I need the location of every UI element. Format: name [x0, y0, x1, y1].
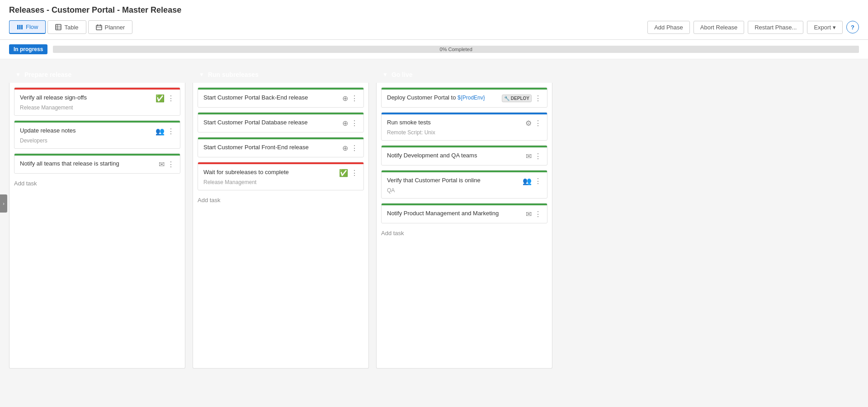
phase-prepare-header: ▼ Prepare release — [9, 66, 185, 83]
phase-run-body: Start Customer Portal Back-End release ⊕… — [193, 83, 369, 369]
task-body: Start Customer Portal Database release ⊕… — [198, 114, 363, 132]
task-row: Notify Product Management and Marketing … — [387, 210, 542, 218]
task-body: Notify Product Management and Marketing … — [382, 205, 547, 223]
page-title: Releases - Customer Portal - Master Rele… — [9, 5, 859, 15]
top-bar: Releases - Customer Portal - Master Rele… — [0, 0, 868, 40]
task-icons: 👥 ⋮ — [523, 177, 542, 185]
deploy-badge: 🔧 DEPLOY — [502, 95, 532, 102]
task-subtitle: Release Management — [20, 104, 175, 111]
sidebar-toggle[interactable]: › — [0, 194, 7, 213]
task-body: Start Customer Portal Back-End release ⊕… — [198, 90, 363, 107]
flow-icon — [17, 24, 23, 30]
svg-rect-7 — [96, 25, 102, 30]
task-menu-icon[interactable]: ⋮ — [351, 144, 358, 152]
task-people-icon[interactable]: 👥 — [156, 127, 165, 136]
phase-run: ▼ Run subreleases Start Customer Portal … — [193, 66, 369, 369]
task-add-icon[interactable]: ⊕ — [342, 144, 348, 152]
task-menu-icon[interactable]: ⋮ — [534, 94, 542, 103]
add-task-button[interactable]: Add task — [14, 178, 180, 189]
task-menu-icon[interactable]: ⋮ — [534, 119, 542, 128]
task-card: Wait for subreleases to complete ✅ ⋮ Rel… — [198, 162, 364, 190]
task-menu-icon[interactable]: ⋮ — [534, 152, 542, 161]
task-row: Start Customer Portal Database release ⊕… — [203, 119, 358, 128]
task-subtitle: Developers — [20, 137, 175, 144]
restart-phase-button[interactable]: Restart Phase... — [748, 21, 803, 34]
task-row: Notify all teams that release is startin… — [20, 160, 175, 169]
task-icons: ✉ ⋮ — [526, 210, 542, 218]
task-card: Notify Product Management and Marketing … — [381, 203, 547, 223]
abort-release-button[interactable]: Abort Release — [693, 21, 744, 34]
task-title: Update release notes — [20, 127, 152, 135]
task-add-icon[interactable]: ⊕ — [342, 94, 348, 103]
status-badge: In progress — [9, 44, 47, 54]
tab-group: Flow Table Planner — [9, 20, 132, 34]
task-body: Notify Development and QA teams ✉ ⋮ — [382, 147, 547, 165]
phase-prepare-body: Verify all release sign-offs ✅ ⋮ Release… — [9, 83, 185, 369]
svg-rect-0 — [17, 25, 19, 29]
tab-table[interactable]: Table — [47, 20, 86, 34]
phase-run-chevron[interactable]: ▼ — [199, 71, 204, 78]
add-task-button[interactable]: Add task — [381, 228, 547, 238]
task-add-icon[interactable]: ⊕ — [342, 119, 348, 128]
task-menu-icon[interactable]: ⋮ — [351, 94, 358, 103]
tab-planner[interactable]: Planner — [88, 20, 133, 34]
task-title: Notify Product Management and Marketing — [387, 210, 522, 218]
task-title: Start Customer Portal Back-End release — [203, 94, 339, 102]
task-body: Verify all release sign-offs ✅ ⋮ Release… — [14, 90, 180, 115]
help-button[interactable]: ? — [846, 21, 859, 33]
task-email-icon[interactable]: ✉ — [526, 210, 532, 218]
tab-flow[interactable]: Flow — [9, 20, 46, 34]
phase-golive-body: Deploy Customer Portal to ${ProdEnv} 🔧 D… — [376, 83, 552, 369]
task-title: Notify all teams that release is startin… — [20, 160, 155, 168]
task-title: Run smoke tests — [387, 119, 522, 127]
board-area: ▼ Prepare release Verify all release sig… — [0, 59, 868, 376]
add-phase-button[interactable]: Add Phase — [647, 21, 690, 34]
phase-golive-title: Go live — [392, 71, 413, 78]
table-icon — [55, 24, 61, 30]
task-menu-icon[interactable]: ⋮ — [167, 94, 175, 103]
export-button[interactable]: Export ▾ — [807, 21, 843, 34]
task-people-icon[interactable]: 👥 — [523, 177, 532, 185]
task-body: Run smoke tests ⚙ ⋮ Remote Script: Unix — [382, 114, 547, 140]
task-icons: ✅ ⋮ — [156, 94, 175, 103]
phase-run-header: ▼ Run subreleases — [193, 66, 369, 83]
svg-rect-3 — [56, 24, 61, 30]
task-email-icon[interactable]: ✉ — [159, 160, 165, 169]
phase-golive-chevron[interactable]: ▼ — [382, 71, 388, 78]
task-row: Start Customer Portal Back-End release ⊕… — [203, 94, 358, 103]
task-card: Update release notes 👥 ⋮ Developers — [14, 120, 180, 149]
task-row: Verify that Customer Portal is online 👥 … — [387, 177, 542, 185]
progress-track: 0% Completed — [53, 46, 859, 53]
task-icons: ⊕ ⋮ — [342, 94, 358, 103]
task-menu-icon[interactable]: ⋮ — [167, 127, 175, 136]
task-email-icon[interactable]: ✉ — [526, 152, 532, 161]
task-env-var: ${ProdEnv} — [458, 95, 485, 101]
task-menu-icon[interactable]: ⋮ — [534, 177, 542, 185]
task-gear-icon[interactable]: ⚙ — [525, 119, 532, 128]
task-card: Notify all teams that release is startin… — [14, 153, 180, 174]
task-card: Notify Development and QA teams ✉ ⋮ — [381, 145, 547, 166]
task-body: Deploy Customer Portal to ${ProdEnv} 🔧 D… — [382, 90, 547, 107]
task-card: Start Customer Portal Front-End release … — [198, 137, 364, 157]
task-menu-icon[interactable]: ⋮ — [351, 119, 358, 128]
task-menu-icon[interactable]: ⋮ — [534, 210, 542, 218]
task-row: Wait for subreleases to complete ✅ ⋮ — [203, 169, 358, 177]
task-title: Start Customer Portal Front-End release — [203, 144, 339, 151]
progress-area: In progress 0% Completed — [0, 40, 868, 59]
task-check-icon[interactable]: ✅ — [156, 94, 165, 103]
phase-run-title: Run subreleases — [208, 71, 259, 78]
task-icons: ⚙ ⋮ — [525, 119, 542, 128]
task-title: Start Customer Portal Database release — [203, 119, 339, 127]
task-row: Verify all release sign-offs ✅ ⋮ — [20, 94, 175, 103]
task-subtitle: Remote Script: Unix — [387, 129, 542, 136]
task-title: Verify that Customer Portal is online — [387, 177, 519, 185]
task-menu-icon[interactable]: ⋮ — [167, 160, 175, 169]
task-row: Deploy Customer Portal to ${ProdEnv} 🔧 D… — [387, 94, 542, 103]
task-menu-icon[interactable]: ⋮ — [351, 169, 358, 177]
phase-prepare-chevron[interactable]: ▼ — [15, 71, 21, 78]
phase-prepare: ▼ Prepare release Verify all release sig… — [9, 66, 185, 369]
task-check-icon[interactable]: ✅ — [339, 169, 348, 177]
chevron-down-icon: ▾ — [833, 24, 836, 31]
add-task-button[interactable]: Add task — [198, 195, 364, 205]
task-card: Deploy Customer Portal to ${ProdEnv} 🔧 D… — [381, 87, 547, 108]
